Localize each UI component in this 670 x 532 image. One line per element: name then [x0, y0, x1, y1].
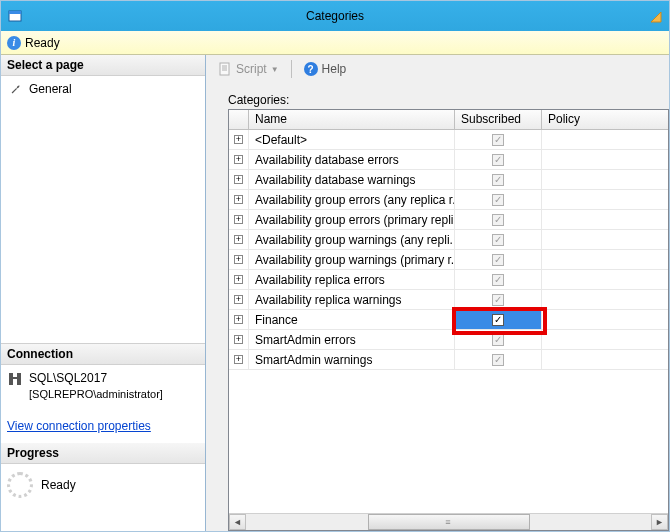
expand-button[interactable]: +: [229, 230, 249, 250]
table-row[interactable]: +SmartAdmin warnings✓: [229, 350, 668, 370]
col-policy[interactable]: Policy: [542, 110, 668, 129]
subscribed-cell[interactable]: ✓: [455, 250, 542, 270]
subscribed-cell[interactable]: ✓: [455, 350, 542, 370]
table-row[interactable]: +Availability replica warnings✓: [229, 290, 668, 310]
name-cell[interactable]: <Default>: [249, 130, 455, 150]
checkbox-icon: ✓: [492, 214, 504, 226]
name-cell[interactable]: Availability group warnings (any repli..…: [249, 230, 455, 250]
subscribed-cell[interactable]: ✓: [455, 210, 542, 230]
horizontal-scrollbar[interactable]: ◄ ≡ ►: [229, 513, 668, 530]
scroll-track[interactable]: ≡: [246, 514, 651, 530]
subscribed-cell[interactable]: ✓: [455, 170, 542, 190]
expand-button[interactable]: +: [229, 330, 249, 350]
col-subscribed[interactable]: Subscribed: [455, 110, 542, 129]
chevron-down-icon: ▼: [271, 65, 279, 74]
policy-cell[interactable]: [542, 130, 668, 150]
policy-cell[interactable]: [542, 330, 668, 350]
expand-button[interactable]: +: [229, 250, 249, 270]
subscribed-cell[interactable]: ✓: [455, 270, 542, 290]
connection-body: SQL\SQL2017 [SQLREPRO\administrator] Vie…: [1, 365, 205, 443]
policy-cell[interactable]: [542, 250, 668, 270]
table-row[interactable]: +Availability group warnings (primary r.…: [229, 250, 668, 270]
script-button[interactable]: Script ▼: [214, 60, 283, 78]
window-corner-icon: [647, 8, 663, 24]
subscribed-cell[interactable]: ✓: [455, 310, 542, 330]
table-row[interactable]: +Finance✓: [229, 310, 668, 330]
expand-button[interactable]: +: [229, 170, 249, 190]
name-cell[interactable]: Availability group warnings (primary r..…: [249, 250, 455, 270]
expand-button[interactable]: +: [229, 190, 249, 210]
status-bar: i Ready: [1, 31, 669, 55]
col-name[interactable]: Name: [249, 110, 455, 129]
grid-body: +<Default>✓+Availability database errors…: [229, 130, 668, 513]
name-cell[interactable]: Availability group errors (primary repli…: [249, 210, 455, 230]
policy-cell[interactable]: [542, 190, 668, 210]
progress-body: Ready: [1, 464, 205, 506]
name-cell[interactable]: SmartAdmin errors: [249, 330, 455, 350]
table-row[interactable]: +Availability group errors (any replica …: [229, 190, 668, 210]
policy-cell[interactable]: [542, 270, 668, 290]
connection-header: Connection: [1, 344, 205, 365]
table-row[interactable]: +SmartAdmin errors✓: [229, 330, 668, 350]
view-connection-properties-link[interactable]: View connection properties: [7, 419, 151, 433]
table-row[interactable]: +Availability replica errors✓: [229, 270, 668, 290]
name-cell[interactable]: Finance: [249, 310, 455, 330]
subscribed-cell[interactable]: ✓: [455, 150, 542, 170]
name-cell[interactable]: Availability replica errors: [249, 270, 455, 290]
name-cell[interactable]: Availability database warnings: [249, 170, 455, 190]
policy-cell[interactable]: [542, 170, 668, 190]
policy-cell[interactable]: [542, 210, 668, 230]
checkbox-icon: ✓: [492, 134, 504, 146]
svg-rect-3: [17, 373, 21, 385]
policy-cell[interactable]: [542, 230, 668, 250]
page-item-general[interactable]: General: [5, 80, 201, 98]
progress-header: Progress: [1, 443, 205, 464]
name-cell[interactable]: SmartAdmin warnings: [249, 350, 455, 370]
scroll-left-button[interactable]: ◄: [229, 514, 246, 530]
policy-cell[interactable]: [542, 150, 668, 170]
expand-button[interactable]: +: [229, 130, 249, 150]
name-cell[interactable]: Availability group errors (any replica r…: [249, 190, 455, 210]
checkbox-icon[interactable]: ✓: [492, 314, 504, 326]
table-row[interactable]: +Availability database warnings✓: [229, 170, 668, 190]
expand-button[interactable]: +: [229, 310, 249, 330]
policy-cell[interactable]: [542, 290, 668, 310]
window-title: Categories: [306, 9, 364, 23]
expand-button[interactable]: +: [229, 150, 249, 170]
left-panel: Select a page General Connection SQL\SQL…: [1, 55, 206, 531]
subscribed-cell[interactable]: ✓: [455, 190, 542, 210]
scroll-thumb[interactable]: ≡: [368, 514, 530, 530]
grid-header: Name Subscribed Policy: [229, 110, 668, 130]
name-cell[interactable]: Availability database errors: [249, 150, 455, 170]
svg-rect-1: [9, 11, 21, 14]
policy-cell[interactable]: [542, 310, 668, 330]
server-icon: [7, 371, 23, 387]
policy-cell[interactable]: [542, 350, 668, 370]
table-row[interactable]: +Availability group warnings (any repli.…: [229, 230, 668, 250]
table-row[interactable]: +<Default>✓: [229, 130, 668, 150]
table-row[interactable]: +Availability group errors (primary repl…: [229, 210, 668, 230]
subscribed-cell[interactable]: ✓: [455, 130, 542, 150]
app-icon: [7, 8, 23, 24]
help-button[interactable]: ? Help: [300, 60, 351, 78]
toolbar-separator: [291, 60, 292, 78]
status-text: Ready: [25, 36, 60, 50]
expand-button[interactable]: +: [229, 350, 249, 370]
expand-button[interactable]: +: [229, 210, 249, 230]
name-cell[interactable]: Availability replica warnings: [249, 290, 455, 310]
table-row[interactable]: +Availability database errors✓: [229, 150, 668, 170]
checkbox-icon: ✓: [492, 154, 504, 166]
expand-button[interactable]: +: [229, 290, 249, 310]
svg-rect-5: [220, 63, 229, 75]
subscribed-cell[interactable]: ✓: [455, 330, 542, 350]
checkbox-icon: ✓: [492, 334, 504, 346]
expand-button[interactable]: +: [229, 270, 249, 290]
subscribed-cell[interactable]: ✓: [455, 290, 542, 310]
checkbox-icon: ✓: [492, 234, 504, 246]
svg-rect-4: [13, 377, 17, 379]
subscribed-cell[interactable]: ✓: [455, 230, 542, 250]
col-expander: [229, 110, 249, 129]
progress-spinner-icon: [7, 472, 33, 498]
scroll-right-button[interactable]: ►: [651, 514, 668, 530]
help-label: Help: [322, 62, 347, 76]
